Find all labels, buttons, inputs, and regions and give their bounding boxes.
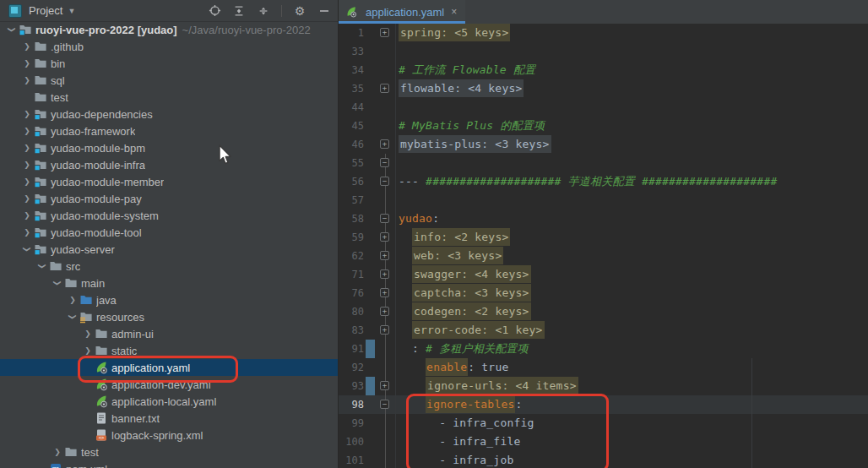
- code-line-98[interactable]: 98− ignore-tables:: [339, 395, 868, 414]
- code-text[interactable]: # MyBatis Plus 的配置项: [395, 117, 868, 135]
- chevron-down-icon[interactable]: ▼: [68, 7, 75, 15]
- tree-item-src[interactable]: ❯src: [0, 258, 338, 275]
- tree-item-sql[interactable]: ❯sql: [0, 72, 338, 89]
- code-line-55[interactable]: 55−: [339, 154, 868, 172]
- chevron-collapsed-icon[interactable]: ❯: [81, 329, 95, 338]
- chevron-expanded-icon[interactable]: ❯: [23, 242, 31, 256]
- code-line-80[interactable]: 80+ codegen: <2 keys>: [339, 302, 868, 321]
- tree-item-pom-xml[interactable]: mpom.xml: [0, 460, 338, 468]
- fold-collapse-icon[interactable]: −: [380, 177, 389, 186]
- chevron-collapsed-icon[interactable]: ❯: [20, 194, 34, 203]
- code-text[interactable]: : # 多租户相关配置项: [395, 340, 868, 358]
- chevron-collapsed-icon[interactable]: ❯: [20, 228, 34, 237]
- code-line-58[interactable]: 58−yudao:: [339, 210, 868, 228]
- expand-all-icon[interactable]: [232, 4, 246, 18]
- tree-item-application-dev-yaml[interactable]: application-dev.yaml: [0, 376, 338, 393]
- locate-icon[interactable]: [208, 4, 221, 18]
- tree-item-logback-spring-xml[interactable]: <>logback-spring.xml: [0, 427, 338, 444]
- tree-item-java[interactable]: ❯java: [0, 291, 338, 308]
- code-text[interactable]: [395, 42, 868, 61]
- code-line-45[interactable]: 45# MyBatis Plus 的配置项: [339, 117, 868, 135]
- code-line-59[interactable]: 59+ info: <2 keys>: [339, 228, 868, 247]
- code-text[interactable]: - infra_config: [395, 414, 868, 433]
- chevron-collapsed-icon[interactable]: ❯: [81, 346, 95, 355]
- fold-expand-icon[interactable]: +: [380, 269, 389, 279]
- code-line-100[interactable]: 100 - infra_file: [339, 433, 868, 451]
- tree-item-yudao-module-system[interactable]: ❯yudao-module-system: [0, 207, 338, 224]
- code-line-56[interactable]: 56−--- #################### 芋道相关配置 #####…: [339, 172, 868, 191]
- tree-item-banner-txt[interactable]: banner.txt: [0, 410, 338, 427]
- chevron-collapsed-icon[interactable]: ❯: [20, 110, 34, 118]
- tree-item-yudao-module-pay[interactable]: ❯yudao-module-pay: [0, 190, 338, 207]
- tree-item-yudao-module-infra[interactable]: ❯yudao-module-infra: [0, 156, 338, 173]
- code-text[interactable]: - infra_file: [395, 433, 868, 451]
- collapse-all-icon[interactable]: [257, 4, 270, 18]
- code-text[interactable]: ignore-tables:: [395, 395, 868, 414]
- code-line-62[interactable]: 62+ web: <3 keys>: [339, 247, 868, 265]
- chevron-collapsed-icon[interactable]: ❯: [20, 76, 34, 84]
- chevron-collapsed-icon[interactable]: ❯: [20, 211, 34, 220]
- vcs-change-marker[interactable]: [366, 340, 375, 358]
- code-line-99[interactable]: 99 - infra_config: [339, 414, 868, 433]
- fold-expand-icon[interactable]: +: [380, 84, 389, 93]
- code-text[interactable]: mybatis-plus: <3 keys>: [395, 135, 868, 154]
- code-text[interactable]: flowable: <4 keys>: [395, 79, 868, 98]
- code-text[interactable]: yudao:: [395, 210, 868, 228]
- code-line-71[interactable]: 71+ swagger: <4 keys>: [339, 265, 868, 284]
- code-line-33[interactable]: 33: [339, 42, 868, 61]
- tree-item-github[interactable]: ❯.github: [0, 38, 338, 55]
- fold-expand-icon[interactable]: +: [380, 325, 389, 335]
- code-line-1[interactable]: 1+spring: <5 keys>: [339, 24, 868, 42]
- code-line-101[interactable]: 101 - infra_job: [339, 451, 868, 468]
- chevron-collapsed-icon[interactable]: ❯: [20, 42, 34, 51]
- chevron-collapsed-icon[interactable]: ❯: [20, 127, 34, 135]
- code-line-93[interactable]: 93+ ignore-urls: <4 items>: [339, 377, 868, 395]
- code-line-57[interactable]: 57: [339, 191, 868, 210]
- tree-item-application-local-yaml[interactable]: application-local.yaml: [0, 393, 338, 410]
- code-text[interactable]: # 工作流 Flowable 配置: [395, 61, 868, 79]
- tree-item-yudao-server[interactable]: ❯yudao-server: [0, 241, 338, 258]
- chevron-collapsed-icon[interactable]: ❯: [20, 177, 34, 186]
- fold-collapse-icon[interactable]: −: [380, 214, 389, 223]
- code-text[interactable]: spring: <5 keys>: [395, 24, 868, 42]
- code-line-44[interactable]: 44: [339, 98, 868, 117]
- tree-item-test[interactable]: ❯test: [0, 444, 338, 460]
- tree-item-resources[interactable]: ❯resources: [0, 308, 338, 325]
- fold-expand-icon[interactable]: +: [380, 232, 389, 242]
- chevron-expanded-icon[interactable]: ❯: [8, 23, 16, 36]
- fold-expand-icon[interactable]: +: [380, 251, 389, 260]
- tree-item-admin-ui[interactable]: ❯admin-ui: [0, 325, 338, 342]
- code-text[interactable]: codegen: <2 keys>: [395, 302, 868, 321]
- code-line-91[interactable]: 91 : # 多租户相关配置项: [339, 340, 868, 358]
- chevron-expanded-icon[interactable]: ❯: [68, 310, 77, 324]
- code-text[interactable]: error-code: <1 key>: [395, 321, 868, 340]
- chevron-collapsed-icon[interactable]: ❯: [20, 161, 34, 169]
- code-line-76[interactable]: 76+ captcha: <3 keys>: [339, 284, 868, 302]
- chevron-collapsed-icon[interactable]: ❯: [20, 144, 34, 152]
- tree-item-test[interactable]: test: [0, 89, 338, 106]
- code-line-46[interactable]: 46+mybatis-plus: <3 keys>: [339, 135, 868, 154]
- tree-item-yudao-module-bpm[interactable]: ❯yudao-module-bpm: [0, 139, 338, 156]
- chevron-expanded-icon[interactable]: ❯: [38, 259, 46, 273]
- tree-item-yudao-module-tool[interactable]: ❯yudao-module-tool: [0, 224, 338, 241]
- fold-expand-icon[interactable]: +: [380, 28, 389, 37]
- fold-expand-icon[interactable]: +: [380, 288, 389, 297]
- tree-item-static[interactable]: ❯static: [0, 342, 338, 359]
- tree-item-ruoyi-vue-pro-2022[interactable]: ❯ruoyi-vue-pro-2022 [yudao]~/Java/ruoyi-…: [0, 21, 338, 38]
- tree-item-yudao-module-member[interactable]: ❯yudao-module-member: [0, 173, 338, 190]
- fold-expand-icon[interactable]: +: [380, 381, 389, 390]
- tree-item-application-yaml[interactable]: application.yaml: [0, 359, 338, 376]
- fold-collapse-icon[interactable]: −: [380, 158, 389, 167]
- fold-collapse-icon[interactable]: −: [380, 400, 389, 409]
- code-line-34[interactable]: 34# 工作流 Flowable 配置: [339, 61, 868, 79]
- code-line-35[interactable]: 35+flowable: <4 keys>: [339, 79, 868, 98]
- code-text[interactable]: swagger: <4 keys>: [395, 265, 868, 284]
- code-text[interactable]: [395, 98, 868, 117]
- tree-item-bin[interactable]: ❯bin: [0, 55, 338, 72]
- project-view-selector[interactable]: Project: [29, 4, 62, 17]
- code-text[interactable]: [395, 154, 868, 172]
- code-line-92[interactable]: 92 enable: true: [339, 358, 868, 377]
- close-tab-icon[interactable]: ×: [451, 6, 457, 18]
- settings-gear-icon[interactable]: ⚙: [293, 4, 307, 18]
- code-text[interactable]: --- #################### 芋道相关配置 ########…: [395, 172, 868, 191]
